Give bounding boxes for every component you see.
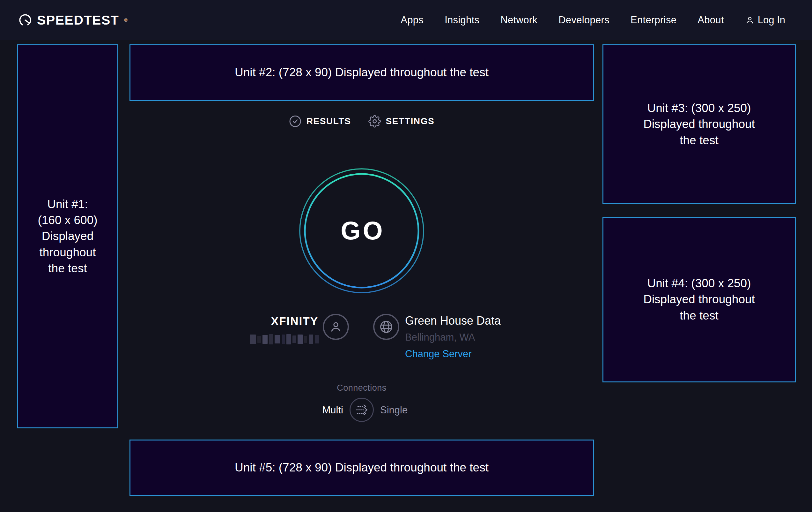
logo-wordmark: SPEEDTEST bbox=[37, 13, 119, 28]
top-nav-bar: SPEEDTEST ® Apps Insights Network Develo… bbox=[0, 0, 812, 40]
connections-toggle[interactable] bbox=[350, 398, 374, 422]
server-location: Bellingham, WA bbox=[405, 332, 501, 343]
person-icon bbox=[328, 319, 344, 334]
go-button-label: GO bbox=[299, 168, 425, 294]
gear-icon bbox=[368, 115, 381, 128]
user-icon bbox=[745, 15, 755, 25]
nav-menu: Apps Insights Network Developers Enterpr… bbox=[401, 15, 785, 26]
connections-multi-option[interactable]: Multi bbox=[295, 404, 343, 416]
server-name: Green House Data bbox=[405, 314, 501, 327]
gauge-icon bbox=[18, 13, 32, 27]
ad-unit-4-text: Unit #4: (300 x 250) Displayed throughou… bbox=[643, 275, 755, 324]
tab-results-label: RESULTS bbox=[307, 116, 351, 127]
ad-unit-4[interactable]: Unit #4: (300 x 250) Displayed throughou… bbox=[603, 217, 796, 382]
tab-settings[interactable]: SETTINGS bbox=[368, 115, 434, 128]
ad-unit-2-text: Unit #2: (728 x 90) Displayed throughout… bbox=[235, 64, 489, 80]
nav-item-apps[interactable]: Apps bbox=[401, 15, 424, 26]
login-button[interactable]: Log In bbox=[745, 15, 785, 26]
nav-item-network[interactable]: Network bbox=[500, 15, 538, 26]
change-server-link[interactable]: Change Server bbox=[405, 348, 501, 360]
go-button[interactable]: GO bbox=[299, 168, 425, 294]
ad-unit-3-text: Unit #3: (300 x 250) Displayed throughou… bbox=[643, 100, 755, 149]
ad-unit-5-text: Unit #5: (728 x 90) Displayed throughout… bbox=[235, 460, 489, 476]
view-tabs: RESULTS SETTINGS bbox=[289, 115, 435, 128]
ad-unit-5[interactable]: Unit #5: (728 x 90) Displayed throughout… bbox=[129, 439, 594, 496]
ad-unit-2[interactable]: Unit #2: (728 x 90) Displayed throughout… bbox=[129, 44, 594, 101]
tab-settings-label: SETTINGS bbox=[385, 116, 434, 127]
nav-item-insights[interactable]: Insights bbox=[444, 15, 480, 26]
ad-unit-1[interactable]: Unit #1: (160 x 600) Displayed throughou… bbox=[17, 44, 118, 428]
nav-item-enterprise[interactable]: Enterprise bbox=[631, 15, 676, 26]
connections-single-option[interactable]: Single bbox=[380, 404, 408, 416]
login-label: Log In bbox=[758, 15, 785, 26]
nav-item-developers[interactable]: Developers bbox=[558, 15, 609, 26]
multi-arrows-icon bbox=[353, 402, 370, 418]
server-info: Green House Data Bellingham, WA Change S… bbox=[405, 314, 501, 360]
tab-results[interactable]: RESULTS bbox=[289, 115, 351, 128]
redacted-ip-blocks bbox=[250, 334, 319, 345]
globe-icon bbox=[379, 319, 394, 334]
ad-unit-3[interactable]: Unit #3: (300 x 250) Displayed throughou… bbox=[603, 44, 796, 204]
ad-unit-1-text: Unit #1: (160 x 600) Displayed throughou… bbox=[38, 196, 97, 277]
connections-label: Connections bbox=[330, 383, 394, 393]
speedtest-page: SPEEDTEST ® Apps Insights Network Develo… bbox=[0, 0, 812, 512]
nav-item-about[interactable]: About bbox=[697, 15, 724, 26]
check-circle-icon bbox=[289, 115, 302, 128]
logo-trademark: ® bbox=[124, 18, 127, 23]
isp-avatar bbox=[323, 314, 349, 340]
speedtest-logo[interactable]: SPEEDTEST ® bbox=[18, 13, 127, 28]
server-avatar bbox=[373, 314, 399, 340]
isp-name: XFINITY bbox=[236, 315, 318, 327]
